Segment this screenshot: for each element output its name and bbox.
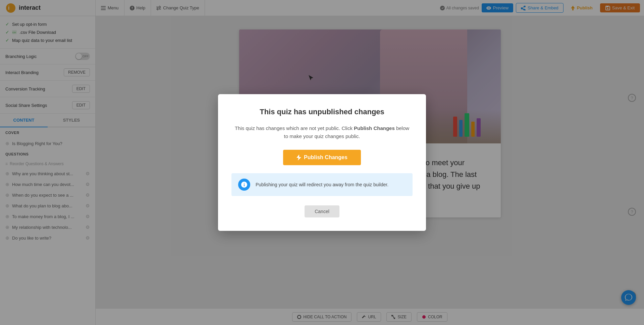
- info-text: Publishing your quiz will redirect you a…: [256, 181, 388, 188]
- modal-desc-plain2: below: [395, 125, 409, 131]
- info-box: Publishing your quiz will redirect you a…: [231, 173, 413, 196]
- modal-title-bold: unpublished changes: [309, 108, 384, 116]
- modal-overlay[interactable]: This quiz has unpublished changes This q…: [0, 0, 644, 325]
- cancel-button[interactable]: Cancel: [305, 205, 339, 217]
- modal-desc-plain1: This quiz has changes which are not yet …: [235, 125, 354, 131]
- publish-changes-label: Publish Changes: [304, 154, 347, 160]
- modal-desc-plain3: to make your quiz changes public.: [284, 133, 360, 139]
- modal-desc-bold: Publish Changes: [354, 125, 395, 131]
- publish-changes-button[interactable]: Publish Changes: [283, 150, 361, 165]
- info-symbol-icon: [241, 182, 247, 188]
- modal-description: This quiz has changes which are not yet …: [231, 124, 413, 140]
- modal-title: This quiz has unpublished changes: [231, 108, 413, 116]
- info-icon: [238, 179, 250, 191]
- publish-modal: This quiz has unpublished changes This q…: [218, 94, 426, 231]
- lightning-icon: [297, 154, 301, 160]
- modal-title-plain: This quiz has: [260, 108, 308, 116]
